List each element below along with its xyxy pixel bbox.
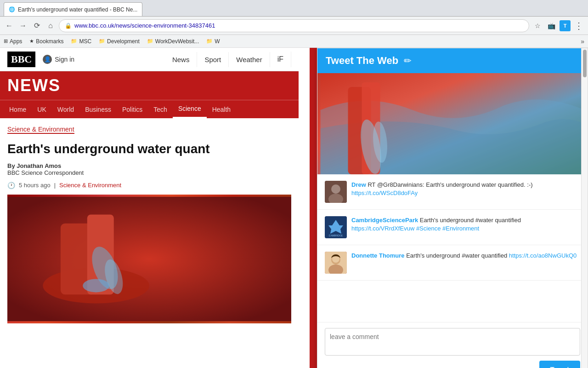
subnav-health[interactable]: Health <box>207 101 236 118</box>
tweet-item-dt: Donnette Thomure Earth's underground #wa… <box>317 245 588 281</box>
tweet-content-drew: Drew RT @Gr8Darwinians: Earth's undergro… <box>351 181 580 197</box>
svg-text:CAMBRIDGE: CAMBRIDGE <box>329 234 343 237</box>
bookmark-workdev-label: WorkDevWebsit... <box>155 38 199 45</box>
cast-button[interactable]: 📺 <box>546 20 557 31</box>
svg-point-13 <box>331 184 340 194</box>
article-section-link[interactable]: Science & Environment <box>59 182 121 189</box>
tweet-panel-header: Tweet The Web ✏ <box>317 48 588 73</box>
tweet-username-csp[interactable]: CambridgeSciencePark <box>351 217 418 224</box>
tweet-text-csp: Earth's underground #water quantified <box>420 217 521 224</box>
author-role: BBC Science Correspondent <box>7 169 291 176</box>
article-time: 5 hours ago <box>19 182 51 189</box>
tweet-link-drew[interactable]: https://t.co/WScD8doFAy <box>351 190 418 196</box>
tab-bar: 🌐 Earth's underground water quantified -… <box>0 0 588 17</box>
tweet-list: Drew RT @Gr8Darwinians: Earth's undergro… <box>317 174 588 322</box>
article-image <box>7 195 291 323</box>
bbc-signin-button[interactable]: 👤 Sign in <box>43 55 74 64</box>
comment-actions: Tweet <box>325 361 580 368</box>
star-icon: ★ <box>29 38 34 44</box>
tab-title: Earth's underground water quantified - B… <box>18 6 137 13</box>
bookmark-star-button[interactable]: ☆ <box>532 20 543 31</box>
bookmark-workdev[interactable]: 📁 WorkDevWebsit... <box>147 38 199 45</box>
tweet-item-drew: Drew RT @Gr8Darwinians: Earth's undergro… <box>317 174 588 210</box>
back-button[interactable]: ← <box>4 20 15 31</box>
tweet-panel: Tweet The Web ✏ <box>317 48 588 368</box>
article-meta: 🕐 5 hours ago | Science & Environment <box>7 182 291 189</box>
bbc-main-nav: News Sport Weather iF <box>165 52 291 67</box>
nav-sport[interactable]: Sport <box>197 52 229 67</box>
folder-icon-1: 📁 <box>71 38 77 44</box>
reload-button[interactable]: ⟳ <box>31 20 42 31</box>
clock-icon: 🕐 <box>7 182 15 189</box>
subnav-home[interactable]: Home <box>4 101 32 118</box>
tweet-link-csp[interactable]: https://t.co/VRrdXfEvuw #Science #Enviro… <box>351 225 479 232</box>
article-area: Science & Environment Earth's undergroun… <box>0 118 299 331</box>
bookmark-bookmarks-label: Bookmarks <box>36 38 63 45</box>
url-bar[interactable]: 🔒 www.bbc.co.uk/news/science-environment… <box>59 19 529 32</box>
tweet-submit-button[interactable]: Tweet <box>539 361 580 368</box>
subnav-uk[interactable]: UK <box>32 101 51 118</box>
bookmarks-more-button[interactable]: » <box>581 38 584 45</box>
folder-icon-4: 📁 <box>206 38 213 44</box>
avatar-csp: CAMBRIDGE <box>325 216 347 238</box>
bookmark-development-label: Development <box>107 38 140 45</box>
bookmark-w[interactable]: 📁 W <box>206 38 220 45</box>
news-title: NEWS <box>7 76 291 95</box>
article-author: By Jonathan Amos BBC Science Corresponde… <box>7 162 291 176</box>
bbc-site: BBC 👤 Sign in News Sport Weather iF NEWS… <box>0 48 299 368</box>
browser-tab[interactable]: 🌐 Earth's underground water quantified -… <box>4 2 142 16</box>
tweet-username-dt[interactable]: Donnette Thomure <box>351 252 405 259</box>
subnav-politics[interactable]: Politics <box>117 101 148 118</box>
bookmarks-bar: ⊞ Apps ★ Bookmarks 📁 MSC 📁 Development 📁… <box>0 35 588 48</box>
folder-icon-3: 📁 <box>147 38 153 44</box>
avatar-drew <box>325 181 347 203</box>
nav-news[interactable]: News <box>165 52 198 67</box>
signin-label: Sign in <box>55 56 74 63</box>
subnav-science[interactable]: Science <box>173 100 207 118</box>
tweet-content-dt: Donnette Thomure Earth's underground #wa… <box>351 252 580 260</box>
forward-button[interactable]: → <box>17 20 28 31</box>
tweet-username-drew[interactable]: Drew <box>351 181 366 188</box>
avatar-dt <box>325 252 347 274</box>
tweet-content-csp: CambridgeSciencePark Earth's underground… <box>351 216 580 233</box>
subnav-tech[interactable]: Tech <box>148 101 173 118</box>
bbc-logo[interactable]: BBC <box>7 52 35 67</box>
svg-rect-0 <box>7 196 291 321</box>
tweet-panel-title: Tweet The Web <box>326 55 398 67</box>
tweet-text-dt: Earth's underground #water quantified <box>406 252 509 259</box>
scrollbar-track[interactable] <box>581 48 588 368</box>
author-name: By Jonathan Amos <box>7 162 291 169</box>
bbc-header: BBC 👤 Sign in News Sport Weather iF <box>0 48 299 71</box>
breadcrumb[interactable]: Science & Environment <box>7 126 74 134</box>
edit-icon[interactable]: ✏ <box>404 55 412 66</box>
page-content: BBC 👤 Sign in News Sport Weather iF NEWS… <box>0 48 588 368</box>
subnav-business[interactable]: Business <box>79 101 117 118</box>
extension-button[interactable]: T <box>560 20 571 31</box>
red-sidebar-decoration <box>310 48 317 368</box>
bookmark-apps-label: Apps <box>10 38 22 45</box>
menu-button[interactable]: ⋮ <box>573 20 584 31</box>
apps-grid-icon: ⊞ <box>4 38 8 44</box>
tweet-link-dt[interactable]: https://t.co/ao8NwGUkQ0 <box>509 252 577 259</box>
subnav-world[interactable]: World <box>52 101 79 118</box>
tweet-item-csp: CAMBRIDGE CambridgeSciencePark Earth's u… <box>317 210 588 245</box>
nav-more[interactable]: iF <box>270 52 291 67</box>
bbc-news-header: NEWS <box>0 71 299 100</box>
folder-icon-2: 📁 <box>99 38 105 44</box>
bookmark-msc[interactable]: 📁 MSC <box>71 38 91 45</box>
bookmark-development[interactable]: 📁 Development <box>99 38 140 45</box>
home-button[interactable]: ⌂ <box>45 20 56 31</box>
user-icon: 👤 <box>43 55 52 64</box>
address-bar: ← → ⟳ ⌂ 🔒 www.bbc.co.uk/news/science-env… <box>0 17 588 35</box>
svg-point-6 <box>83 279 109 292</box>
tweet-panel-image <box>317 73 588 174</box>
tweet-text-drew: RT @Gr8Darwinians: Earth's underground w… <box>368 181 532 188</box>
bookmark-bookmarks[interactable]: ★ Bookmarks <box>29 38 63 45</box>
comment-input[interactable] <box>325 328 580 356</box>
comment-area: Tweet <box>317 322 588 368</box>
scrollbar-thumb[interactable] <box>583 50 587 77</box>
article-title: Earth's underground water quant <box>7 141 291 157</box>
url-text: www.bbc.co.uk/news/science-environment-3… <box>74 22 215 29</box>
nav-weather[interactable]: Weather <box>229 52 270 67</box>
bookmark-apps[interactable]: ⊞ Apps <box>4 38 22 45</box>
